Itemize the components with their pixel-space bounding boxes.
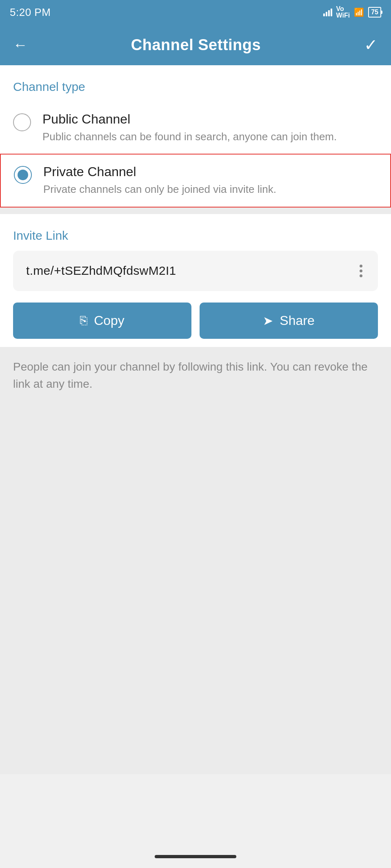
invite-link-label: Invite Link [0, 214, 391, 251]
invite-link-section: Invite Link t.me/+tSEZhdMQfdswM2I1 ⎘ Cop… [0, 214, 391, 347]
public-channel-title: Public Channel [42, 112, 337, 127]
status-bar: 5:20 PM VoWiFi 📶 75 [0, 0, 391, 24]
private-channel-title: Private Channel [43, 164, 276, 179]
invite-link-info: People can join your channel by followin… [0, 347, 391, 407]
wifi-icon: 📶 [354, 7, 364, 17]
section-divider [0, 208, 391, 214]
bottom-area [0, 407, 391, 774]
public-channel-option[interactable]: Public Channel Public channels can be fo… [0, 102, 391, 154]
battery-icon: 75 [368, 7, 381, 18]
nav-bar: ← Channel Settings ✓ [0, 24, 391, 65]
confirm-button[interactable]: ✓ [364, 35, 378, 54]
status-time: 5:20 PM [10, 6, 51, 19]
share-button[interactable]: ➤ Share [200, 303, 378, 339]
private-channel-radio [14, 166, 32, 184]
private-channel-text: Private Channel Private channels can onl… [43, 164, 276, 197]
copy-label: Copy [94, 313, 124, 328]
copy-icon: ⎘ [80, 314, 87, 327]
invite-link-value: t.me/+tSEZhdMQfdswM2I1 [26, 264, 176, 278]
public-channel-radio [13, 113, 31, 131]
private-channel-desc: Private channels can only be joined via … [43, 182, 276, 197]
public-channel-desc: Public channels can be found in search, … [42, 129, 337, 144]
copy-button[interactable]: ⎘ Copy [13, 303, 191, 339]
more-options-button[interactable] [357, 262, 365, 280]
invite-link-box: t.me/+tSEZhdMQfdswM2I1 [13, 251, 378, 291]
public-channel-text: Public Channel Public channels can be fo… [42, 112, 337, 144]
vowifi-icon: VoWiFi [336, 6, 350, 19]
home-bar [155, 855, 236, 858]
channel-type-label: Channel type [0, 65, 391, 102]
action-buttons: ⎘ Copy ➤ Share [13, 303, 378, 339]
share-label: Share [280, 313, 314, 328]
status-icons: VoWiFi 📶 75 [323, 6, 381, 19]
back-button[interactable]: ← [13, 36, 28, 53]
page-title: Channel Settings [131, 36, 261, 54]
share-icon: ➤ [263, 314, 273, 328]
private-channel-option[interactable]: Private Channel Private channels can onl… [0, 154, 391, 207]
signal-icon [323, 8, 332, 16]
main-content: Channel type Public Channel Public chann… [0, 65, 391, 208]
